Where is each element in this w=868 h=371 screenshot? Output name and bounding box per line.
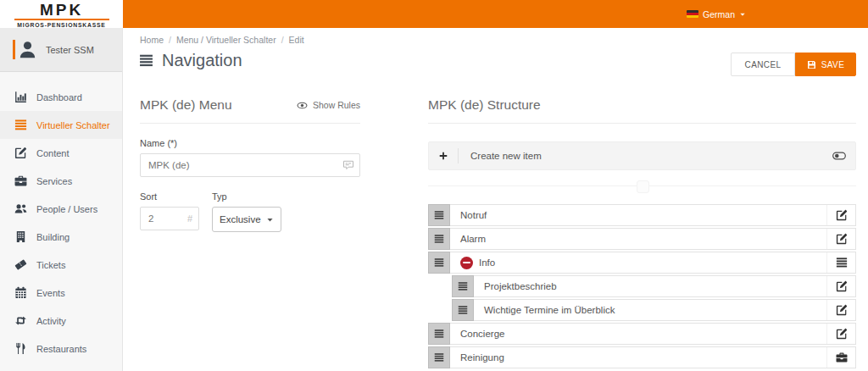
structure-row-body[interactable]: Notruf bbox=[450, 204, 856, 226]
sidebar-item-label: People / Users bbox=[36, 204, 97, 214]
row-action-icon[interactable] bbox=[826, 324, 855, 344]
page-title-text: Navigation bbox=[162, 51, 242, 70]
structure-row-label: Projektbeschrieb bbox=[484, 281, 557, 291]
drag-handle[interactable] bbox=[452, 299, 474, 321]
save-button-label: SAVE bbox=[821, 60, 845, 69]
sidebar-item-icon bbox=[14, 202, 27, 215]
structure-row-body[interactable]: Wichtige Termine im Überblick bbox=[474, 299, 856, 321]
sidebar-item-virtueller-schalter[interactable]: Virtueller Schalter bbox=[0, 111, 122, 139]
create-new-item-label: Create new item bbox=[470, 151, 542, 161]
menu-panel-title: MPK (de) Menu bbox=[140, 97, 232, 113]
create-new-item-button[interactable]: Create new item bbox=[428, 141, 856, 170]
avatar-icon bbox=[13, 40, 37, 59]
drag-handle[interactable] bbox=[452, 275, 474, 297]
name-input[interactable] bbox=[140, 153, 360, 177]
menu-panel: MPK (de) Menu Show Rules Name (*) Sort #… bbox=[140, 97, 360, 232]
german-flag-icon bbox=[687, 10, 698, 18]
minus-circle-icon[interactable] bbox=[460, 257, 473, 269]
sidebar-item-content[interactable]: Content bbox=[0, 139, 122, 167]
drag-handle[interactable] bbox=[428, 346, 450, 368]
show-rules-label: Show Rules bbox=[313, 100, 360, 110]
header-actions: CANCEL SAVE bbox=[731, 53, 856, 76]
plus-icon bbox=[429, 151, 458, 161]
structure-list: Notruf Alarm bbox=[428, 204, 856, 368]
row-action-icon[interactable] bbox=[826, 347, 855, 368]
sidebar-item-people-users[interactable]: People / Users bbox=[0, 195, 122, 223]
sidebar-item-icon bbox=[14, 119, 27, 131]
toggle-icon[interactable] bbox=[832, 149, 846, 163]
sidebar-item-icon bbox=[14, 230, 27, 243]
sort-field: Sort # bbox=[140, 177, 199, 232]
topbar-action-menu[interactable] bbox=[840, 8, 853, 20]
topbar: MPK MIGROS-PENSIONSKASSE German bbox=[0, 0, 868, 28]
sidebar-item-restaurants[interactable]: Restaurants bbox=[0, 335, 122, 363]
sidebar-item-tickets[interactable]: Tickets bbox=[0, 251, 122, 279]
page-title: Navigation bbox=[139, 51, 242, 70]
cancel-button[interactable]: CANCEL bbox=[731, 53, 795, 76]
row-action-icon[interactable] bbox=[826, 229, 855, 249]
logo-title: MPK bbox=[40, 2, 83, 18]
sidebar-item-services[interactable]: Services bbox=[0, 167, 122, 195]
show-rules-button[interactable]: Show Rules bbox=[297, 100, 360, 111]
sidebar-item-icon bbox=[14, 342, 27, 355]
structure-row-body[interactable]: Info bbox=[450, 252, 856, 274]
sort-field-label: Sort bbox=[140, 191, 199, 202]
topbar-action-sign-out[interactable] bbox=[804, 8, 817, 20]
sort-typ-row: Sort # Typ Exclusive bbox=[140, 177, 360, 232]
drag-handle[interactable] bbox=[428, 204, 450, 226]
language-selector[interactable]: German bbox=[687, 9, 746, 19]
sidebar-item-label: Dashboard bbox=[36, 92, 82, 102]
typ-select-value: Exclusive bbox=[220, 214, 261, 224]
user-block[interactable]: Tester SSM bbox=[0, 28, 122, 72]
list-icon bbox=[139, 53, 153, 68]
typ-field: Typ Exclusive bbox=[212, 177, 281, 232]
structure-row-info: Info bbox=[428, 252, 856, 274]
sidebar-item-activity[interactable]: Activity bbox=[0, 307, 122, 335]
row-action-icon[interactable] bbox=[826, 276, 855, 296]
main-content: Home / Menu / Virtueller Schalter / Edit… bbox=[123, 28, 868, 371]
breadcrumb-link[interactable]: Menu / Virtueller Schalter bbox=[176, 35, 276, 45]
logo-subtitle: MIGROS-PENSIONSKASSE bbox=[17, 22, 105, 28]
breadcrumb-segment: Edit / bbox=[289, 35, 304, 45]
sidebar-item-icon bbox=[14, 258, 27, 271]
sidebar-item-events[interactable]: Events bbox=[0, 279, 122, 307]
sidebar: Tester SSM Dashboard Virtueller Schalter… bbox=[0, 28, 123, 371]
sidebar-item-label: Virtueller Schalter bbox=[36, 120, 110, 130]
comment-icon[interactable] bbox=[342, 159, 354, 171]
sidebar-item-label: Activity bbox=[36, 316, 66, 326]
breadcrumb-link[interactable]: Edit bbox=[289, 35, 304, 45]
topbar-action-fullscreen[interactable] bbox=[769, 8, 782, 20]
structure-row-projektbeschrieb: Projektbeschrieb bbox=[452, 275, 856, 297]
row-action-icon[interactable] bbox=[826, 252, 855, 273]
structure-row-body[interactable]: Concierge bbox=[450, 323, 856, 345]
sidebar-item-dashboard[interactable]: Dashboard bbox=[0, 83, 122, 111]
structure-panel-title: MPK (de) Structure bbox=[428, 97, 541, 113]
breadcrumb: Home / Menu / Virtueller Schalter / Edit… bbox=[140, 35, 304, 45]
sidebar-item-icon bbox=[14, 286, 27, 299]
drag-handle[interactable] bbox=[428, 252, 450, 274]
structure-row-reinigung: Reinigung bbox=[428, 346, 856, 368]
structure-row-label: Reinigung bbox=[460, 352, 504, 363]
row-action-icon[interactable] bbox=[826, 300, 855, 320]
sidebar-item-label: Building bbox=[36, 232, 70, 242]
row-action-icon[interactable] bbox=[826, 205, 855, 225]
sidebar-item-icon bbox=[14, 91, 27, 103]
structure-row-label: Notruf bbox=[460, 210, 487, 220]
breadcrumb-link[interactable]: Home bbox=[140, 35, 164, 45]
structure-row-body[interactable]: Alarm bbox=[450, 228, 856, 250]
topbar-actions bbox=[746, 8, 853, 20]
sidebar-item-label: Services bbox=[36, 176, 72, 186]
structure-panel-header: MPK (de) Structure bbox=[428, 97, 856, 124]
drag-handle[interactable] bbox=[428, 323, 450, 345]
typ-select[interactable]: Exclusive bbox=[212, 207, 281, 232]
eye-icon bbox=[297, 100, 308, 111]
drop-divider bbox=[428, 180, 856, 191]
structure-row-body[interactable]: Reinigung bbox=[450, 346, 856, 368]
sidebar-item-building[interactable]: Building bbox=[0, 223, 122, 251]
drag-handle[interactable] bbox=[428, 228, 450, 250]
name-field-label: Name (*) bbox=[140, 138, 360, 148]
save-button[interactable]: SAVE bbox=[795, 53, 856, 76]
brand-logo: MPK MIGROS-PENSIONSKASSE bbox=[0, 0, 123, 28]
topbar-orange-bar: German bbox=[123, 0, 868, 28]
structure-row-body[interactable]: Projektbeschrieb bbox=[474, 275, 856, 297]
